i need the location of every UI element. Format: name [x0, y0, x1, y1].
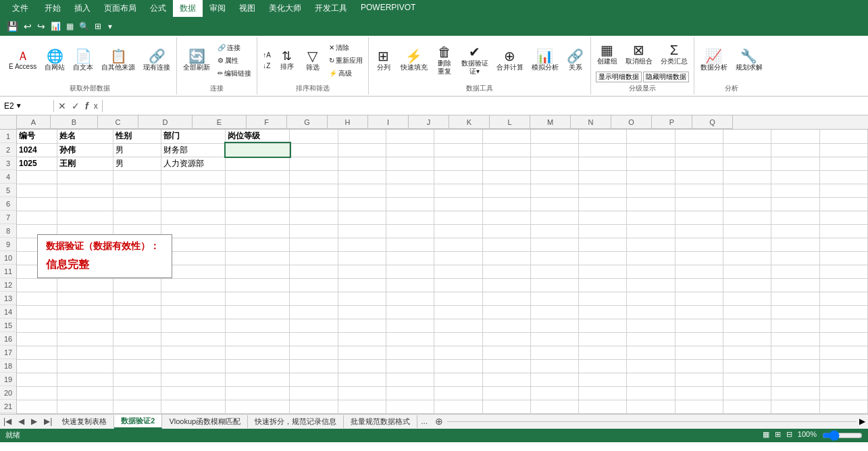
- cell-a12[interactable]: [17, 278, 57, 292]
- zoom-slider[interactable]: [822, 430, 863, 441]
- row-num-14[interactable]: 14: [0, 305, 16, 319]
- cell-a21[interactable]: [17, 400, 57, 413]
- col-header-p[interactable]: P: [652, 115, 692, 129]
- cell-i1[interactable]: [434, 130, 482, 143]
- sort-desc-button[interactable]: ↓Z: [260, 61, 274, 71]
- redo-icon[interactable]: ↪: [36, 20, 47, 33]
- cell-i3[interactable]: [434, 157, 482, 170]
- col-header-m[interactable]: M: [530, 115, 571, 129]
- row-num-11[interactable]: 11: [0, 265, 16, 278]
- cell-m2[interactable]: [627, 143, 675, 157]
- insert-function-icon[interactable]: f: [84, 100, 90, 112]
- text-to-cols-button[interactable]: ⊞ 分列: [372, 47, 396, 74]
- col-header-e[interactable]: E: [193, 115, 247, 129]
- cell-m1[interactable]: [627, 130, 675, 143]
- cell-b4[interactable]: [57, 170, 113, 184]
- row-num-21[interactable]: 21: [0, 400, 16, 413]
- col-header-q[interactable]: Q: [692, 115, 733, 129]
- cell-m3[interactable]: [627, 157, 675, 170]
- col-header-i[interactable]: I: [368, 115, 409, 129]
- tab-home[interactable]: 开始: [38, 0, 68, 17]
- cell-c3[interactable]: 男: [113, 157, 161, 170]
- cell-b3[interactable]: 王刚: [57, 157, 113, 170]
- col-header-g[interactable]: G: [287, 115, 328, 129]
- cell-j1[interactable]: [482, 130, 530, 143]
- show-detail-button[interactable]: 显示明细数据: [596, 72, 642, 82]
- cell-h2[interactable]: [386, 143, 434, 157]
- cell-p3[interactable]: [771, 157, 819, 170]
- clear-button[interactable]: ✕ 清除: [326, 42, 365, 54]
- col-header-d[interactable]: D: [138, 115, 193, 129]
- cell-l2[interactable]: [579, 143, 627, 157]
- row-num-4[interactable]: 4: [0, 170, 16, 184]
- cell-a13[interactable]: [17, 292, 57, 305]
- row-num-10[interactable]: 10: [0, 251, 16, 265]
- row-num-7[interactable]: 7: [0, 211, 16, 224]
- cell-k3[interactable]: [530, 157, 578, 170]
- cell-e1[interactable]: 岗位等级: [226, 130, 290, 143]
- col-header-n[interactable]: N: [571, 115, 611, 129]
- cell-a7[interactable]: [17, 211, 57, 224]
- cell-d1[interactable]: 部门: [161, 130, 226, 143]
- cell-g3[interactable]: [338, 157, 386, 170]
- view-page-break[interactable]: ⊟: [786, 430, 792, 441]
- cell-o1[interactable]: [723, 130, 771, 143]
- cell-e4[interactable]: [226, 170, 290, 184]
- table-icon[interactable]: ▦: [65, 20, 75, 32]
- cell-p1[interactable]: [771, 130, 819, 143]
- cell-h3[interactable]: [386, 157, 434, 170]
- row-num-5[interactable]: 5: [0, 184, 16, 197]
- cell-p2[interactable]: [771, 143, 819, 157]
- data-validation-button[interactable]: ✔ 数据验证证▾: [458, 43, 492, 78]
- filter-button[interactable]: ▽ 筛选: [301, 47, 325, 74]
- row-num-16[interactable]: 16: [0, 332, 16, 346]
- cell-a4[interactable]: [17, 170, 57, 184]
- cell-a18[interactable]: [17, 359, 57, 373]
- tab-nav-prev[interactable]: ◀: [15, 415, 28, 427]
- row-num-19[interactable]: 19: [0, 373, 16, 386]
- ungroup-button[interactable]: ⊠ 取消组合: [622, 41, 656, 68]
- tab-file[interactable]: 文件: [3, 0, 38, 17]
- tab-beautify[interactable]: 美化大师: [262, 0, 308, 17]
- cell-e3[interactable]: [226, 157, 290, 170]
- freeze-icon[interactable]: ⊞: [93, 20, 103, 32]
- reapply-button[interactable]: ↻ 重新应用: [326, 55, 365, 67]
- row-num-20[interactable]: 20: [0, 386, 16, 400]
- consolidate-button[interactable]: ⊕ 合并计算: [493, 47, 527, 74]
- flash-fill-button[interactable]: ⚡ 快速填充: [397, 47, 431, 74]
- sort-button[interactable]: ⇅ 排序: [275, 48, 299, 73]
- cell-b1[interactable]: 姓名: [57, 130, 113, 143]
- cell-b2[interactable]: 孙伟: [57, 143, 113, 157]
- row-num-8[interactable]: 8: [0, 224, 16, 238]
- what-if-button[interactable]: 📊 模拟分析: [528, 47, 562, 74]
- row-num-3[interactable]: 3: [0, 157, 16, 170]
- cell-f2[interactable]: [290, 143, 338, 157]
- cell-g2[interactable]: [338, 143, 386, 157]
- chart-icon[interactable]: 📊: [49, 20, 62, 32]
- cell-k2[interactable]: [530, 143, 578, 157]
- cell-k1[interactable]: [530, 130, 578, 143]
- cell-d4[interactable]: [161, 170, 226, 184]
- cell-o2[interactable]: [723, 143, 771, 157]
- access-button[interactable]: Ａ E Access: [5, 48, 40, 73]
- cell-ref-dropdown[interactable]: ▼: [16, 102, 22, 109]
- edit-links-button[interactable]: ✏ 编辑链接: [215, 68, 254, 80]
- col-header-a[interactable]: A: [17, 115, 51, 129]
- cell-a17[interactable]: [17, 346, 57, 359]
- undo-icon[interactable]: ↩: [22, 20, 33, 33]
- col-header-k[interactable]: K: [449, 115, 490, 129]
- col-header-c[interactable]: C: [98, 115, 138, 129]
- sheet-tab-1[interactable]: 快速复制表格: [55, 415, 114, 428]
- tab-page-layout[interactable]: 页面布局: [97, 0, 143, 17]
- tab-review[interactable]: 审阅: [203, 0, 232, 17]
- tab-more-button[interactable]: ...: [417, 415, 431, 427]
- cell-d2[interactable]: 财务部: [161, 143, 226, 157]
- cell-l3[interactable]: [579, 157, 627, 170]
- cell-c1[interactable]: 性别: [113, 130, 161, 143]
- cell-o3[interactable]: [723, 157, 771, 170]
- tab-view[interactable]: 视图: [232, 0, 262, 17]
- sheet-tab-2[interactable]: 数据验证2: [114, 415, 162, 429]
- confirm-formula-icon[interactable]: ✓: [70, 100, 81, 112]
- cell-f1[interactable]: [290, 130, 338, 143]
- cell-j2[interactable]: [482, 143, 530, 157]
